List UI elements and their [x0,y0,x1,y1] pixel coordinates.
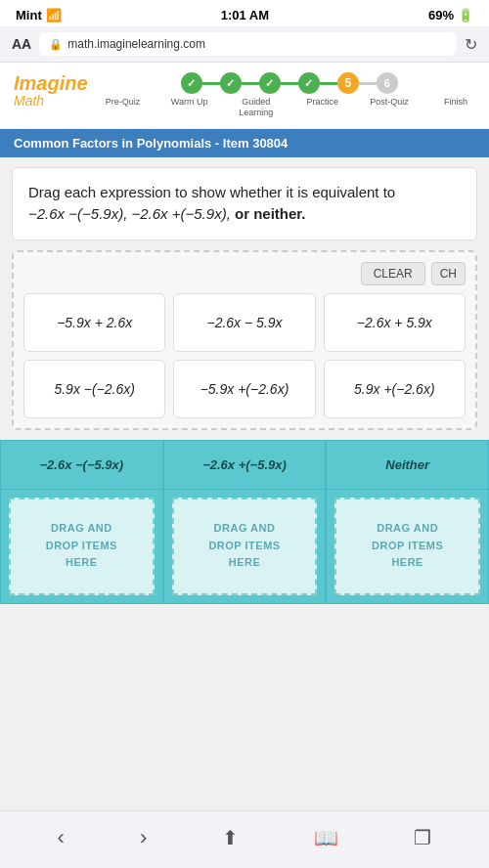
step-label-1: Pre-Quiz [104,97,143,108]
wifi-icon: 📶 [46,8,62,22]
step-4: ✓ [298,72,320,94]
brand-logo: Imagine Math [14,72,88,108]
browser-aa[interactable]: AA [12,36,31,52]
step-label-6: Finish [436,97,475,108]
step-circle-5: 5 [337,72,359,94]
nav-book-button[interactable]: 📖 [304,821,348,854]
share-icon: ⬆ [222,827,239,848]
step-6: 6 [377,72,398,94]
drop-zone-2-hint: DRAG ANDDROP ITEMSHERE [200,512,288,580]
copy-icon: ❐ [414,827,431,848]
nav-share-button[interactable]: ⬆ [212,821,248,854]
step-circle-3: ✓ [259,72,281,94]
expr-card-6[interactable]: 5.9x +(−2.6x) [324,360,466,418]
expr-text-4: 5.9x −(−2.6x) [54,381,135,397]
drop-zone-3-header: Neither [327,441,488,490]
drop-zone-2[interactable]: −2.6x +(−5.9x) DRAG ANDDROP ITEMSHERE [163,440,327,604]
connector-5-6 [359,82,377,85]
drop-zone-2-header: −2.6x +(−5.9x) [164,441,326,490]
step-3: ✓ [259,72,281,94]
browser-bar: AA 🔒 math.imaginelearning.com ↻ [0,26,489,63]
drag-area: CLEAR CH −5.9x + 2.6x −2.6x − 5.9x −2.6x… [12,250,477,430]
status-battery: 69% 🔋 [428,8,473,22]
nav-copy-button[interactable]: ❐ [404,821,441,854]
instruction-or-neither: or neither. [235,205,306,222]
nav-forward-button[interactable]: › [130,821,156,854]
instruction-main: Drag each expression to show whether it … [28,184,395,200]
status-bar: Mint 📶 1:01 AM 69% 🔋 [0,0,489,26]
expr-text-6: 5.9x +(−2.6x) [354,381,435,397]
progress-section: ✓ ✓ ✓ ✓ 5 6 [104,72,475,118]
drop-zone-1-header: −2.6x −(−5.9x) [1,441,162,490]
expr-card-4[interactable]: 5.9x −(−2.6x) [23,360,165,418]
instruction-expr2: −2.6x +(−5.9x), [131,205,230,222]
lock-icon: 🔒 [49,38,63,51]
step-circle-2: ✓ [220,72,242,94]
expr-card-1[interactable]: −5.9x + 2.6x [23,293,165,352]
instruction-expr1: −2.6x −(−5.9x), [28,205,127,222]
section-title-bar: Common Factors in Polynomials - Item 308… [0,129,489,157]
expr-card-5[interactable]: −5.9x +(−2.6x) [173,360,315,418]
nav-back-button[interactable]: ‹ [48,821,74,854]
status-time: 1:01 AM [221,8,269,22]
drop-zone-1-body[interactable]: DRAG ANDDROP ITEMSHERE [9,498,155,595]
book-icon: 📖 [314,827,338,848]
bottom-nav: ‹ › ⬆ 📖 ❐ [0,810,489,868]
step-labels: Pre-Quiz Warm Up Guided Learning Practic… [104,97,475,118]
expr-card-3[interactable]: −2.6x + 5.9x [324,293,466,352]
drop-zone-3-hint: DRAG ANDDROP ITEMSHERE [364,512,451,580]
url-bar[interactable]: 🔒 math.imaginelearning.com [39,32,457,56]
brand-imagine: Imagine [14,72,88,94]
drop-zone-3-label: Neither [385,457,429,472]
expressions-grid: −5.9x + 2.6x −2.6x − 5.9x −2.6x + 5.9x 5… [23,293,466,418]
battery-icon: 🔋 [458,8,473,22]
drop-zone-1[interactable]: −2.6x −(−5.9x) DRAG ANDDROP ITEMSHERE [0,440,163,604]
drop-zone-1-hint: DRAG ANDDROP ITEMSHERE [38,512,125,580]
step-2: ✓ [220,72,242,94]
expr-text-3: −2.6x + 5.9x [357,315,432,330]
expr-text-2: −2.6x − 5.9x [206,315,282,330]
refresh-icon[interactable]: ↻ [465,35,477,54]
step-label-4: Practice [303,97,342,108]
drop-zone-2-label: −2.6x +(−5.9x) [202,457,287,472]
step-5: 5 [337,72,359,94]
status-carrier: Mint 📶 [16,8,62,22]
expr-text-1: −5.9x + 2.6x [57,315,132,330]
connector-2-3 [242,82,259,85]
button-row: CLEAR CH [23,262,466,285]
battery-text: 69% [428,8,454,22]
connector-1-2 [202,82,220,85]
expr-text-5: −5.9x +(−2.6x) [200,381,289,397]
connector-4-5 [320,82,337,85]
drop-zone-3-body[interactable]: DRAG ANDDROP ITEMSHERE [334,498,480,595]
expr-card-2[interactable]: −2.6x − 5.9x [173,293,315,352]
clear-button[interactable]: CLEAR [361,262,425,285]
drop-zones: −2.6x −(−5.9x) DRAG ANDDROP ITEMSHERE −2… [0,440,489,604]
step-label-3: Guided Learning [237,97,276,118]
drop-zone-1-label: −2.6x −(−5.9x) [39,457,123,472]
url-text: math.imaginelearning.com [67,37,205,51]
connector-3-4 [281,82,298,85]
section-title-text: Common Factors in Polynomials - Item 308… [14,136,288,151]
brand-math: Math [14,94,88,108]
drop-zone-2-body[interactable]: DRAG ANDDROP ITEMSHERE [172,498,318,595]
instruction-box: Drag each expression to show whether it … [12,167,477,240]
app-header: Imagine Math ✓ ✓ ✓ ✓ [0,63,489,129]
step-label-5: Post-Quiz [370,97,409,108]
ch-button[interactable]: CH [431,262,466,285]
step-label-2: Warm Up [170,97,209,108]
step-circle-4: ✓ [298,72,320,94]
step-circle-1: ✓ [181,72,202,94]
step-1: ✓ [181,72,202,94]
carrier-text: Mint [16,8,42,22]
steps-row: ✓ ✓ ✓ ✓ 5 6 [181,72,398,94]
step-circle-6: 6 [377,72,398,94]
drop-zone-3[interactable]: Neither DRAG ANDDROP ITEMSHERE [326,440,489,604]
